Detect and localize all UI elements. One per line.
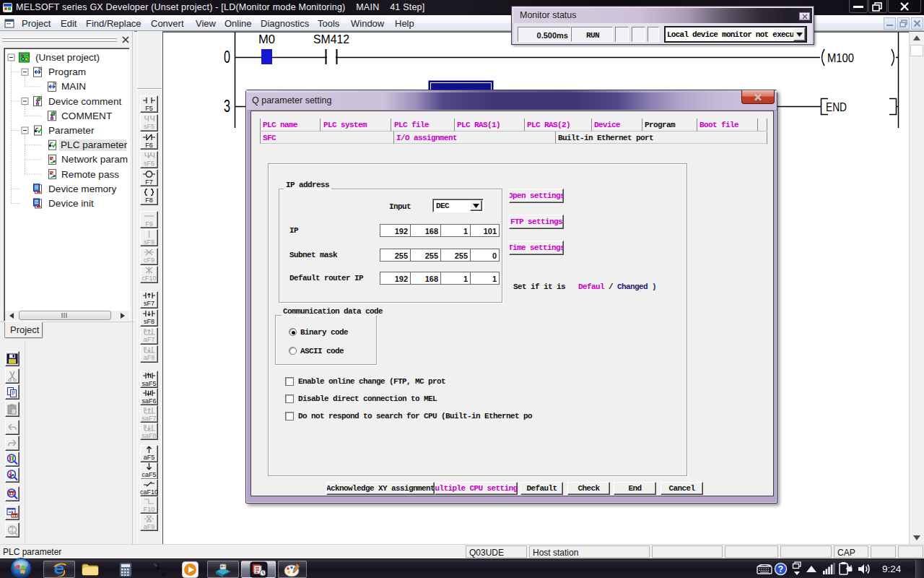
svg-text:MAIN: MAIN xyxy=(61,81,86,92)
svg-text:END: END xyxy=(826,100,847,114)
svg-text:M0: M0 xyxy=(258,33,275,46)
svg-text:3: 3 xyxy=(224,96,230,116)
svg-text:Device init: Device init xyxy=(48,198,94,209)
svg-text:Network param: Network param xyxy=(61,154,128,165)
svg-text:Device comment: Device comment xyxy=(48,96,121,107)
svg-text:SM412: SM412 xyxy=(313,33,349,46)
svg-text:Device memory: Device memory xyxy=(48,184,117,194)
svg-text:0: 0 xyxy=(224,47,230,66)
svg-text:Program: Program xyxy=(48,66,86,77)
svg-text:PLC parameter: PLC parameter xyxy=(61,139,128,150)
svg-text:M100: M100 xyxy=(827,51,854,65)
svg-text:Parameter: Parameter xyxy=(48,125,95,136)
svg-text:?: ? xyxy=(778,564,783,574)
svg-text:(Unset project): (Unset project) xyxy=(35,52,100,63)
svg-text:COMMENT: COMMENT xyxy=(61,111,112,121)
svg-text:Remote pass: Remote pass xyxy=(61,169,119,180)
